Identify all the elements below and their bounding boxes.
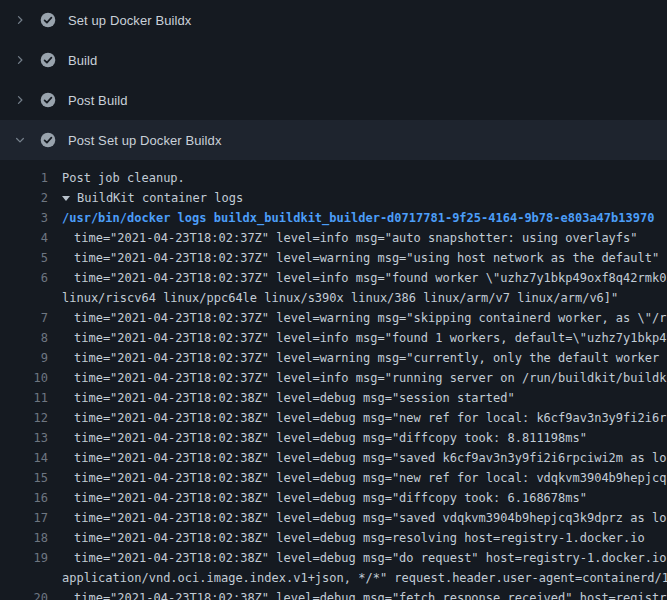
log-line: 18 time="2021-04-23T18:02:38Z" level=deb…: [0, 528, 667, 548]
line-number[interactable]: [0, 288, 48, 308]
caret-down-icon: [62, 196, 70, 201]
log-text: time="2021-04-23T18:02:38Z" level=debug …: [74, 448, 667, 468]
check-circle-success-icon: [40, 132, 56, 148]
log-text: time="2021-04-23T18:02:38Z" level=debug …: [74, 468, 667, 488]
check-circle-success-icon: [40, 92, 56, 108]
step-row[interactable]: Post Build: [0, 80, 667, 120]
line-number[interactable]: 6: [0, 268, 48, 288]
log-text: time="2021-04-23T18:02:37Z" level=info m…: [74, 268, 667, 288]
log-lines: 1 Post job cleanup. 2 BuildKit container…: [0, 168, 667, 600]
log-text: time="2021-04-23T18:02:38Z" level=debug …: [74, 588, 667, 600]
log-text: /usr/bin/docker logs buildx_buildkit_bui…: [62, 208, 654, 228]
log-line: 1 Post job cleanup.: [0, 168, 667, 188]
log-area: 1 Post job cleanup. 2 BuildKit container…: [0, 160, 667, 600]
line-number[interactable]: 10: [0, 368, 48, 388]
line-number[interactable]: 12: [0, 408, 48, 428]
log-text: time="2021-04-23T18:02:38Z" level=debug …: [74, 388, 515, 408]
log-line: application/vnd.oci.image.index.v1+json,…: [0, 568, 667, 588]
line-number[interactable]: 5: [0, 248, 48, 268]
chevron-right-icon: [12, 92, 28, 108]
chevron-down-icon: [12, 132, 28, 148]
line-number[interactable]: 19: [0, 548, 48, 568]
log-line: linux/riscv64 linux/ppc64le linux/s390x …: [0, 288, 667, 308]
log-line: 11 time="2021-04-23T18:02:38Z" level=deb…: [0, 388, 667, 408]
log-line: 17 time="2021-04-23T18:02:38Z" level=deb…: [0, 508, 667, 528]
log-text: time="2021-04-23T18:02:38Z" level=debug …: [74, 428, 587, 448]
log-text: time="2021-04-23T18:02:37Z" level=warnin…: [74, 248, 659, 268]
log-text: time="2021-04-23T18:02:38Z" level=debug …: [74, 408, 667, 428]
log-line: 19 time="2021-04-23T18:02:38Z" level=deb…: [0, 548, 667, 568]
steps-list: Set up Docker Buildx Build Post Build Po…: [0, 0, 667, 160]
step-label: Post Build: [68, 93, 128, 108]
log-line: 3 /usr/bin/docker logs buildx_buildkit_b…: [0, 208, 667, 228]
log-line: 7 time="2021-04-23T18:02:37Z" level=warn…: [0, 308, 667, 328]
line-number[interactable]: 16: [0, 488, 48, 508]
log-text: time="2021-04-23T18:02:38Z" level=debug …: [74, 488, 587, 508]
step-row[interactable]: Post Set up Docker Buildx: [0, 120, 667, 160]
line-number[interactable]: 8: [0, 328, 48, 348]
log-text: time="2021-04-23T18:02:37Z" level=warnin…: [74, 308, 667, 328]
step-row[interactable]: Set up Docker Buildx: [0, 0, 667, 40]
chevron-right-icon: [12, 12, 28, 28]
log-line: 5 time="2021-04-23T18:02:37Z" level=warn…: [0, 248, 667, 268]
log-line: 4 time="2021-04-23T18:02:37Z" level=info…: [0, 228, 667, 248]
log-line: 13 time="2021-04-23T18:02:38Z" level=deb…: [0, 428, 667, 448]
line-number[interactable]: 3: [0, 208, 48, 228]
log-line[interactable]: 2 BuildKit container logs: [0, 188, 667, 208]
line-number[interactable]: 14: [0, 448, 48, 468]
log-line: 9 time="2021-04-23T18:02:37Z" level=warn…: [0, 348, 667, 368]
log-text: BuildKit container logs: [77, 188, 243, 208]
line-number[interactable]: 11: [0, 388, 48, 408]
log-text: time="2021-04-23T18:02:38Z" level=debug …: [74, 548, 667, 568]
log-text: time="2021-04-23T18:02:37Z" level=warnin…: [74, 348, 667, 368]
line-number[interactable]: 7: [0, 308, 48, 328]
check-circle-success-icon: [40, 12, 56, 28]
step-row[interactable]: Build: [0, 40, 667, 80]
log-line: 8 time="2021-04-23T18:02:37Z" level=info…: [0, 328, 667, 348]
log-line: 12 time="2021-04-23T18:02:38Z" level=deb…: [0, 408, 667, 428]
log-text: time="2021-04-23T18:02:37Z" level=info m…: [74, 368, 667, 388]
line-number[interactable]: 1: [0, 168, 48, 188]
line-number[interactable]: 4: [0, 228, 48, 248]
line-number[interactable]: [0, 568, 48, 588]
step-label: Set up Docker Buildx: [68, 13, 191, 28]
log-text: time="2021-04-23T18:02:38Z" level=debug …: [74, 528, 645, 548]
line-number[interactable]: 2: [0, 188, 48, 208]
log-line: 20 time="2021-04-23T18:02:38Z" level=deb…: [0, 588, 667, 600]
line-number[interactable]: 13: [0, 428, 48, 448]
log-text: Post job cleanup.: [62, 168, 185, 188]
line-number[interactable]: 15: [0, 468, 48, 488]
chevron-right-icon: [12, 52, 28, 68]
log-line: 15 time="2021-04-23T18:02:38Z" level=deb…: [0, 468, 667, 488]
log-line: 16 time="2021-04-23T18:02:38Z" level=deb…: [0, 488, 667, 508]
log-text: application/vnd.oci.image.index.v1+json,…: [62, 568, 667, 588]
line-number[interactable]: 9: [0, 348, 48, 368]
log-text: time="2021-04-23T18:02:37Z" level=info m…: [74, 328, 667, 348]
log-text: linux/riscv64 linux/ppc64le linux/s390x …: [62, 288, 618, 308]
log-text: time="2021-04-23T18:02:38Z" level=debug …: [74, 508, 667, 528]
step-label: Build: [68, 53, 97, 68]
line-number[interactable]: 18: [0, 528, 48, 548]
log-line: 6 time="2021-04-23T18:02:37Z" level=info…: [0, 268, 667, 288]
check-circle-success-icon: [40, 52, 56, 68]
log-line: 14 time="2021-04-23T18:02:38Z" level=deb…: [0, 448, 667, 468]
log-line: 10 time="2021-04-23T18:02:37Z" level=inf…: [0, 368, 667, 388]
line-number[interactable]: 17: [0, 508, 48, 528]
step-label: Post Set up Docker Buildx: [68, 133, 222, 148]
log-text: time="2021-04-23T18:02:37Z" level=info m…: [74, 228, 638, 248]
line-number[interactable]: 20: [0, 588, 48, 600]
